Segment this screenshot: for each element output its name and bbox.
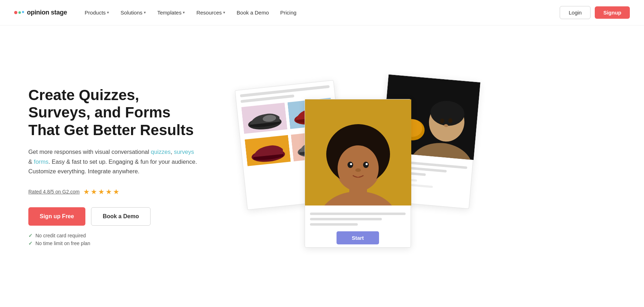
svg-point-20 [355, 168, 361, 172]
logo[interactable]: opinion stage [14, 9, 67, 16]
nav-links: Products ▾ Solutions ▾ Templates ▾ Resou… [80, 7, 560, 18]
check-item-2: ✓ No time limit on free plan [28, 241, 198, 246]
card-desc-line-1 [310, 213, 406, 215]
star-3: ★ [98, 187, 104, 196]
nav-item-templates[interactable]: Templates ▾ [152, 7, 190, 18]
hero-checks: ✓ No credit card required ✓ No time limi… [28, 233, 198, 246]
star-5: ★ [113, 187, 119, 196]
shoe-img-3 [244, 134, 291, 168]
dot-red [14, 11, 17, 14]
logo-dots [14, 11, 24, 14]
hero-section: Create Quizzes, Surveys, and Forms That … [0, 25, 644, 307]
signup-free-button[interactable]: Sign up Free [28, 207, 85, 226]
star-1: ★ [83, 187, 90, 196]
quizzes-link[interactable]: quizzes [151, 149, 171, 155]
surveys-link[interactable]: surveys [174, 149, 194, 155]
hero-left: Create Quizzes, Surveys, and Forms That … [28, 86, 213, 246]
card-front-main: Start [305, 99, 411, 248]
dot-green [18, 11, 21, 14]
shoe-img-1 [241, 102, 288, 136]
card-desc-line-2 [310, 218, 382, 220]
nav-actions: Login Signup [560, 6, 630, 19]
svg-point-19 [366, 163, 368, 165]
hero-illustration: Start [213, 64, 630, 269]
chevron-down-icon: ▾ [183, 10, 185, 15]
forms-link[interactable]: forms [34, 158, 49, 165]
hero-description: Get more responses with visual conversat… [28, 147, 198, 176]
book-demo-button[interactable]: Book a Demo [91, 207, 151, 226]
signup-button[interactable]: Signup [595, 6, 630, 19]
star-2: ★ [91, 187, 97, 196]
check-mark-icon-2: ✓ [28, 241, 33, 246]
portrait-svg [305, 99, 411, 205]
logo-text: opinion stage [27, 9, 67, 16]
hero-rating: Rated 4.8/5 on G2.com ★ ★ ★ ★ ★ [28, 187, 198, 196]
card-desc-line-3 [310, 223, 358, 226]
card-bottom: Start [305, 207, 411, 250]
login-button[interactable]: Login [560, 6, 591, 19]
nav-item-resources[interactable]: Resources ▾ [191, 7, 230, 18]
star-4: ★ [106, 187, 112, 196]
nav-item-book-demo[interactable]: Book a Demo [232, 7, 274, 18]
dot-blue [22, 11, 24, 13]
hero-buttons: Sign up Free Book a Demo [28, 207, 198, 226]
chevron-down-icon: ▾ [223, 10, 225, 15]
nav-item-products[interactable]: Products ▾ [80, 7, 114, 18]
check-label-2: No time limit on free plan [35, 241, 90, 246]
navbar: opinion stage Products ▾ Solutions ▾ Tem… [0, 0, 644, 25]
nav-item-solutions[interactable]: Solutions ▾ [115, 7, 151, 18]
check-mark-icon: ✓ [28, 233, 33, 238]
start-button[interactable]: Start [337, 231, 379, 244]
chevron-down-icon: ▾ [107, 10, 109, 15]
svg-point-18 [350, 163, 352, 165]
check-label-1: No credit card required [35, 233, 86, 238]
hero-title: Create Quizzes, Surveys, and Forms That … [28, 86, 198, 139]
nav-item-pricing[interactable]: Pricing [275, 7, 301, 18]
check-item-1: ✓ No credit card required [28, 233, 198, 238]
stars: ★ ★ ★ ★ ★ [83, 187, 119, 196]
chevron-down-icon: ▾ [144, 10, 146, 15]
rating-link[interactable]: Rated 4.8/5 on G2.com [28, 189, 80, 195]
